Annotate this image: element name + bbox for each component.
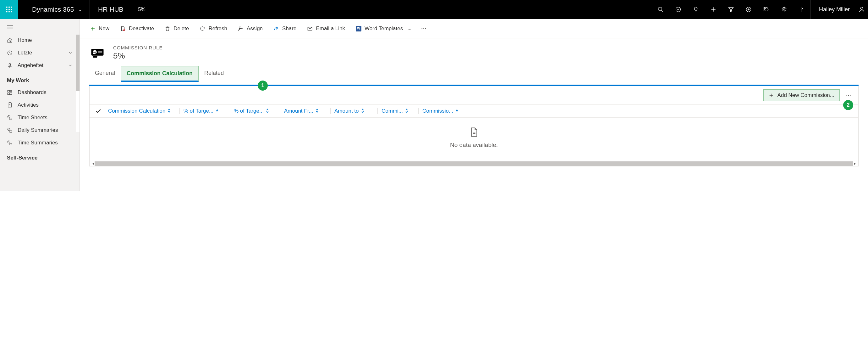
home-icon xyxy=(7,37,12,43)
assistant-button[interactable] xyxy=(687,0,705,19)
app-launcher-button[interactable] xyxy=(0,0,18,19)
select-all-column[interactable] xyxy=(95,108,104,114)
cmd-label: Refresh xyxy=(208,26,227,32)
brand-label: Dynamics 365 xyxy=(32,6,74,13)
sidebar-item-dashboards[interactable]: Dashboards xyxy=(0,86,80,99)
horizontal-scrollbar[interactable]: ◄ ► xyxy=(90,161,858,166)
svg-point-40 xyxy=(239,27,241,29)
settings-button[interactable] xyxy=(775,0,793,19)
sidebar-item-daily-summaries[interactable]: Daily Summaries xyxy=(0,124,80,137)
assign-icon xyxy=(238,26,244,31)
plus-icon xyxy=(710,6,716,12)
breadcrumb-record[interactable]: 5% xyxy=(132,0,152,19)
col-label: Commissio... xyxy=(422,108,453,114)
refresh-button[interactable]: Refresh xyxy=(195,24,231,34)
help-button[interactable] xyxy=(793,0,810,19)
empty-message: No data available. xyxy=(90,142,858,148)
app-name[interactable]: HR HUB xyxy=(90,0,132,19)
column-commission-short[interactable]: Commi... xyxy=(377,108,418,114)
pin-icon xyxy=(7,63,12,68)
column-percent-target-from[interactable]: % of Targe... xyxy=(180,108,230,114)
sidebar-item-home[interactable]: Home xyxy=(0,34,80,47)
dashboard-icon xyxy=(7,90,12,95)
command-bar: New Deactivate Delete Refresh Assign Sha… xyxy=(80,19,868,38)
deactivate-button[interactable]: Deactivate xyxy=(116,24,158,34)
sidebar-item-label: Time Sheets xyxy=(18,115,48,121)
refresh-icon xyxy=(199,26,205,31)
share-button[interactable]: Share xyxy=(269,24,301,34)
sort-icon xyxy=(361,109,365,113)
user-name-label: Hailey Miller xyxy=(819,6,850,13)
svg-rect-29 xyxy=(8,103,12,107)
tab-general[interactable]: General xyxy=(89,66,121,82)
scroll-right-arrow[interactable]: ► xyxy=(853,162,856,166)
email-link-button[interactable]: Email a Link xyxy=(303,24,349,34)
search-button[interactable] xyxy=(652,0,670,19)
sidebar-item-pinned[interactable]: Angeheftet xyxy=(0,59,80,72)
tab-related[interactable]: Related xyxy=(198,66,229,82)
scroll-left-arrow[interactable]: ◄ xyxy=(91,162,95,166)
user-avatar[interactable] xyxy=(856,6,868,13)
commission-rule-icon: % xyxy=(89,45,105,61)
column-amount-from[interactable]: Amount Fr... xyxy=(280,108,330,114)
sort-up-icon xyxy=(215,109,219,113)
more-commands-button[interactable]: ⋯ xyxy=(418,23,430,34)
timesum-icon xyxy=(7,140,12,146)
annotation-badge-2: 2 xyxy=(843,100,853,110)
waffle-icon xyxy=(6,6,12,13)
assign-button[interactable]: Assign xyxy=(234,24,267,34)
word-templates-button[interactable]: W Word Templates ⌄ xyxy=(351,23,416,34)
daily-icon xyxy=(7,127,12,133)
filter-button[interactable] xyxy=(722,0,740,19)
svg-rect-25 xyxy=(7,90,9,92)
tab-commission-calculation[interactable]: Commission Calculation xyxy=(121,66,198,82)
col-label: Commission Calculation xyxy=(108,108,165,114)
column-percent-target-to[interactable]: % of Targe... xyxy=(230,108,280,114)
sidebar-item-recent[interactable]: Letzte xyxy=(0,47,80,59)
sidebar-scrollbar-thumb[interactable] xyxy=(76,35,80,91)
svg-point-17 xyxy=(783,9,785,10)
sidebar-item-timesheets[interactable]: Time Sheets xyxy=(0,111,80,124)
svg-rect-27 xyxy=(10,92,12,95)
subgrid-more-button[interactable]: ⋯ xyxy=(844,92,854,98)
add-new-commission-button[interactable]: Add New Commission... xyxy=(763,89,840,101)
brand-dropdown[interactable]: Dynamics 365 ⌄ xyxy=(18,0,90,19)
scroll-track[interactable] xyxy=(95,162,853,166)
new-button[interactable]: New xyxy=(86,24,114,34)
clock-icon xyxy=(7,50,12,56)
sidebar-item-activities[interactable]: Activities xyxy=(0,99,80,111)
svg-rect-28 xyxy=(7,93,9,95)
top-navbar: Dynamics 365 ⌄ HR HUB 5% Hailey Miller xyxy=(0,0,868,19)
sidebar-section-mywork: My Work xyxy=(0,72,80,86)
sort-icon xyxy=(405,109,408,113)
column-amount-to[interactable]: Amount to xyxy=(330,108,377,114)
funnel-icon xyxy=(728,6,734,12)
word-icon: W xyxy=(356,26,362,31)
sidebar: Home Letzte Angeheftet My Work Dashboard… xyxy=(0,19,80,191)
sidebar-item-time-summaries[interactable]: Time Summaries xyxy=(0,137,80,149)
delete-button[interactable]: Delete xyxy=(160,24,193,34)
person-icon xyxy=(858,6,865,13)
svg-point-18 xyxy=(801,11,802,11)
sidebar-item-label: Angeheftet xyxy=(18,62,43,68)
task-button[interactable] xyxy=(670,0,687,19)
sidebar-item-label: Daily Summaries xyxy=(18,127,58,134)
add-circle-button[interactable] xyxy=(740,0,757,19)
extensions-button[interactable] xyxy=(757,0,775,19)
add-button-label: Add New Commission... xyxy=(777,92,834,98)
spacer xyxy=(152,0,652,19)
svg-line-10 xyxy=(661,10,663,12)
col-label: % of Targe... xyxy=(184,108,213,114)
svg-rect-7 xyxy=(8,11,10,12)
column-commission-long[interactable]: Commissio... xyxy=(418,108,852,114)
user-name[interactable]: Hailey Miller xyxy=(811,6,856,13)
share-icon xyxy=(273,26,279,31)
chevron-down-icon xyxy=(68,63,72,68)
column-commission-calculation[interactable]: Commission Calculation xyxy=(104,108,180,114)
entity-label: COMMISSION RULE xyxy=(113,45,163,50)
plus-icon xyxy=(90,26,96,31)
tab-label: General xyxy=(95,70,115,76)
quick-create-button[interactable] xyxy=(705,0,722,19)
svg-rect-0 xyxy=(6,7,7,8)
sidebar-toggle[interactable] xyxy=(0,19,80,34)
